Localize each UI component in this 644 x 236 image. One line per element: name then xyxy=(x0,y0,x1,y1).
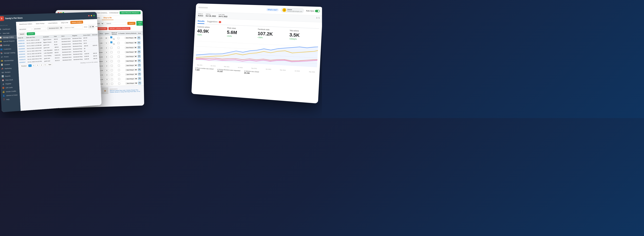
delivery-method-row-select[interactable]: Store Pickup ▾ xyxy=(125,60,137,62)
show-website-checkbox[interactable] xyxy=(110,41,112,43)
save-row-button[interactable]: 💾 xyxy=(138,55,141,58)
qoh-input[interactable] xyxy=(104,65,109,67)
qoh-input[interactable] xyxy=(104,74,109,76)
tab-store-pickup-front[interactable]: Store Pickup xyxy=(34,22,46,25)
qoh-input[interactable] xyxy=(104,83,110,85)
row-show xyxy=(111,83,118,85)
delivery-method-row-select[interactable]: Store Pickup ▾ xyxy=(125,73,138,76)
tab-warehouse-orders-front[interactable]: Warehouse Orders xyxy=(18,22,34,26)
show-website-checkbox[interactable] xyxy=(110,47,112,49)
taxable-checkbox[interactable] xyxy=(118,47,120,49)
order-id-link[interactable]: 103290505 xyxy=(18,48,25,50)
qoh-input[interactable] xyxy=(104,78,110,81)
taxable-checkbox[interactable] xyxy=(118,37,120,39)
delivery-method-row-select[interactable]: Store Pickup ▾ xyxy=(125,42,137,44)
show-website-checkbox[interactable] xyxy=(110,36,112,38)
show-website-checkbox[interactable] xyxy=(110,60,112,62)
order-id-link[interactable]: 103303179 xyxy=(19,59,26,61)
delivery-method-row-select[interactable]: Store Pickup ▾ xyxy=(124,37,137,39)
tab-instore-orders-front[interactable]: Instore Orders xyxy=(70,20,83,24)
save-row-button[interactable]: 💾 xyxy=(138,82,141,85)
delivery-method-row-select[interactable]: Store Pickup ▾ xyxy=(125,55,137,58)
qoh-input[interactable] xyxy=(104,37,109,39)
show-website-checkbox[interactable] xyxy=(110,51,112,53)
page-3-button[interactable]: 3 xyxy=(36,64,39,67)
search-orders-button[interactable]: Search xyxy=(18,33,26,36)
order-id-link[interactable]: 103880528 xyxy=(18,45,25,47)
qoh-input[interactable] xyxy=(104,56,109,58)
date-to-input[interactable] xyxy=(33,27,46,30)
import-update-products-button[interactable]: IMPORT / UPDATE PRODUCTS xyxy=(108,27,130,30)
window-control-close[interactable] xyxy=(88,15,90,16)
taxable-checkbox[interactable] xyxy=(118,51,120,53)
new-private-product-button[interactable]: NEW PRIVATE PRODUCT xyxy=(120,11,141,14)
taxable-checkbox[interactable] xyxy=(118,78,120,80)
save-row-button[interactable]: 💾 xyxy=(138,50,141,53)
save-row-button[interactable]: 💾 xyxy=(138,77,141,80)
order-id-link[interactable]: 103890185 xyxy=(18,43,24,44)
show-entries-select[interactable]: 10 25 50 xyxy=(88,25,94,28)
order-id-link[interactable]: 103303379 xyxy=(19,56,26,58)
auto-sync-toggle[interactable]: Auto-Sync xyxy=(306,9,320,12)
save-row-button[interactable]: 💾 xyxy=(138,59,141,62)
order-id-link[interactable]: 103305473 xyxy=(18,51,25,52)
show-website-checkbox[interactable] xyxy=(110,56,112,58)
tab-results[interactable]: Results xyxy=(198,20,204,24)
taxable-checkbox[interactable] xyxy=(118,65,120,67)
qoh-input[interactable] xyxy=(104,69,109,72)
tab-suggestions[interactable]: Suggestions 2 xyxy=(207,20,221,24)
taxable-checkbox[interactable] xyxy=(118,83,120,85)
tab-ship-to-me-front[interactable]: Ship to Me xyxy=(60,21,70,24)
export-button[interactable]: EXPORT xyxy=(26,32,35,35)
page-1-button[interactable]: 1 xyxy=(28,64,32,67)
product-link-2[interactable]: Weruva Is More Paw Lokin' Chicken Recipe… xyxy=(110,89,140,93)
save-all-button[interactable]: SAVE ALL xyxy=(136,21,144,26)
taxable-checkbox[interactable] xyxy=(118,74,120,76)
tab-ship-to-me[interactable]: Ship to Me xyxy=(102,16,114,20)
order-id-link[interactable]: 103304462 xyxy=(19,53,25,55)
qoh-input[interactable] xyxy=(104,60,109,63)
window-control-max[interactable] xyxy=(93,15,94,16)
time-clock-icon: ⏰ xyxy=(2,79,4,81)
whats-new-button[interactable]: What's new? xyxy=(266,8,279,11)
order-id-link[interactable]: 103300547 xyxy=(19,61,26,63)
delivery-method-row-select[interactable]: Store Pickup ▾ xyxy=(125,78,138,80)
row-taxable xyxy=(118,60,124,62)
show-website-checkbox[interactable] xyxy=(111,78,113,80)
taxable-checkbox[interactable] xyxy=(118,60,120,62)
page-5-button[interactable]: 5 xyxy=(44,63,47,66)
save-row-button[interactable]: 💾 xyxy=(138,46,140,49)
window-control-min[interactable] xyxy=(91,15,92,16)
taxable-checkbox[interactable] xyxy=(118,69,120,71)
save-row-button[interactable]: 💾 xyxy=(138,64,141,67)
taxable-checkbox[interactable] xyxy=(118,42,120,44)
table-search-input[interactable] xyxy=(64,26,83,29)
show-website-checkbox[interactable] xyxy=(111,83,113,85)
page-4-button[interactable]: 4 xyxy=(40,64,43,66)
qoh-input[interactable] xyxy=(104,42,109,44)
store-select[interactable]: Brentwood store xyxy=(47,26,63,30)
tab-local-delivery-front[interactable]: Local Delivery xyxy=(46,21,59,25)
date-from-input[interactable] xyxy=(18,27,32,31)
qoh-input[interactable] xyxy=(104,51,109,53)
delivery-method-row-select[interactable]: Store Pickup ▾ xyxy=(125,46,137,49)
next-page-button[interactable]: Next xyxy=(47,63,52,66)
delivery-method-row-select[interactable]: Store Pickup ▾ xyxy=(126,82,138,85)
product-search-button[interactable]: Search xyxy=(128,22,136,25)
save-row-button[interactable]: 💾 xyxy=(138,41,140,44)
order-id-link[interactable]: 103890315 xyxy=(18,40,24,42)
save-row-button[interactable]: 💾 xyxy=(137,36,140,39)
product-search-input[interactable] xyxy=(105,22,126,25)
page-2-button[interactable]: 2 xyxy=(32,64,35,67)
delivery-method-row-select[interactable]: Store Pickup ▾ xyxy=(125,64,137,66)
show-website-checkbox[interactable] xyxy=(111,69,113,71)
delivery-method-row-select[interactable]: Store Pickup ▾ xyxy=(125,69,137,71)
show-website-checkbox[interactable] xyxy=(111,65,113,67)
save-row-button[interactable]: 💾 xyxy=(138,68,141,71)
delivery-method-row-select[interactable]: Store Pickup ▾ xyxy=(125,51,137,53)
show-website-checkbox[interactable] xyxy=(111,74,113,76)
qoh-input[interactable] xyxy=(104,47,109,49)
taxable-checkbox[interactable] xyxy=(118,56,120,58)
prev-page-button[interactable]: Previous xyxy=(20,64,28,67)
save-row-button[interactable]: 💾 xyxy=(138,73,141,76)
